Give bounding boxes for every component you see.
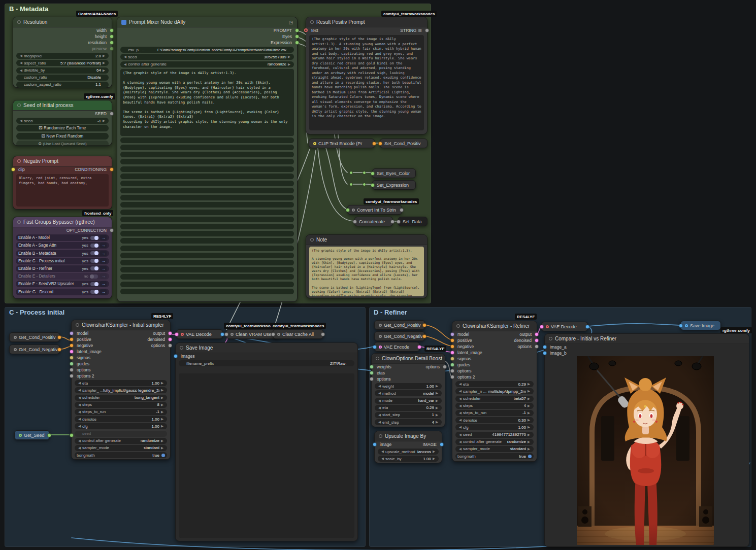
increment-arrow-icon[interactable]: ▶ bbox=[101, 61, 107, 65]
increment-arrow-icon[interactable]: ▶ bbox=[526, 418, 532, 422]
mixer-field-input[interactable] bbox=[120, 195, 294, 200]
clip-input-port[interactable] bbox=[11, 167, 15, 171]
output-port[interactable] bbox=[57, 348, 61, 352]
bypass-arrow-icon[interactable]: → bbox=[100, 273, 107, 279]
bypass-arrow-icon[interactable]: → bbox=[100, 235, 107, 240]
seed-widget[interactable]: ◀seed3052557889▶ bbox=[120, 54, 294, 60]
increment-arrow-icon[interactable]: ▶ bbox=[526, 411, 532, 415]
increment-arrow-icon[interactable]: ▶ bbox=[159, 439, 165, 443]
collapse-ring-icon[interactable] bbox=[14, 336, 17, 339]
increment-arrow-icon[interactable]: ▶ bbox=[159, 446, 165, 450]
group-title[interactable]: C - Process initial bbox=[5, 307, 365, 317]
collapse-dot-icon[interactable] bbox=[17, 159, 21, 163]
bypass-arrow-icon[interactable]: → bbox=[100, 266, 107, 271]
get-cond-negativ-node[interactable]: Get_Cond_Negativ bbox=[9, 345, 60, 354]
widget-row[interactable]: ◀eta1.00▶ bbox=[75, 380, 167, 386]
bypass-row[interactable]: Enable F - SeedVR2 Upscaler yes → bbox=[16, 281, 109, 287]
output-port[interactable] bbox=[535, 338, 539, 342]
clip-text-encode-node[interactable]: CLIP Text Encode (Pr bbox=[309, 139, 375, 148]
input-port[interactable] bbox=[450, 369, 454, 373]
randomize-each-time-button[interactable]: ⚄ Randomize Each Time bbox=[16, 125, 109, 131]
get-cond-positiv-node[interactable]: Get_Cond_Positiv bbox=[374, 320, 425, 330]
image-output-port[interactable] bbox=[220, 332, 224, 336]
increment-arrow-icon[interactable]: ▶ bbox=[526, 433, 532, 437]
widget-row[interactable]: ◀seed▶ bbox=[75, 431, 167, 437]
options-output-port[interactable] bbox=[443, 365, 447, 369]
mixer-field-input[interactable] bbox=[120, 253, 294, 258]
result-positiv-prompt-node[interactable]: Result Positiv Prompt text STRING ▦ (The… bbox=[306, 17, 428, 134]
upscale-image-by-node[interactable]: Upscale Image By image IMAGE ◀upscale_me… bbox=[374, 431, 442, 463]
widget-row[interactable]: ◀scale_by1.00▶ bbox=[378, 456, 439, 462]
widget-row[interactable]: ◀control after generaterandomize▶ bbox=[75, 438, 167, 444]
reroute-dot[interactable] bbox=[363, 183, 366, 186]
bypass-arrow-icon[interactable]: → bbox=[100, 243, 107, 248]
control-after-generate-widget[interactable]: ◀control after generaterandomize▶ bbox=[120, 61, 294, 67]
images-input-port[interactable] bbox=[174, 354, 178, 358]
mixer-field-input[interactable] bbox=[120, 145, 294, 150]
latent-input-port[interactable] bbox=[540, 325, 544, 329]
input-port[interactable] bbox=[450, 363, 454, 367]
collapse-ring-icon[interactable] bbox=[277, 333, 280, 336]
output-port[interactable] bbox=[422, 323, 426, 327]
convert-int-to-string-node[interactable]: Convert Int To Strin bbox=[347, 205, 402, 215]
set-cond-positiv-node[interactable]: Set_Cond_Positiv bbox=[380, 139, 428, 148]
widget-row[interactable]: ◀schedulerbeta57▶ bbox=[455, 396, 534, 402]
conditioning-output-port[interactable] bbox=[110, 167, 114, 171]
bypass-row[interactable]: Enable D - Refiner yes → bbox=[16, 265, 109, 272]
widget-row[interactable]: ◀bongmathtrue▶ bbox=[75, 452, 167, 458]
increment-arrow-icon[interactable]: ▶ bbox=[286, 55, 292, 59]
widget-row[interactable]: ◀steps8▶ bbox=[75, 402, 167, 408]
input-port[interactable] bbox=[371, 183, 375, 187]
increment-arrow-icon[interactable]: ▶ bbox=[526, 440, 532, 444]
output-port[interactable] bbox=[295, 28, 299, 32]
conditioning-output-port[interactable] bbox=[372, 142, 376, 146]
output-port[interactable] bbox=[400, 208, 404, 212]
text-input-port[interactable] bbox=[304, 28, 308, 32]
widget-row[interactable]: ◀custom_ratioDisable▶ bbox=[16, 75, 109, 81]
node-header[interactable]: Negativ Prompt bbox=[13, 156, 112, 166]
input-port[interactable] bbox=[370, 371, 374, 375]
mixer-field-input[interactable] bbox=[120, 188, 294, 193]
image-input-port[interactable] bbox=[373, 345, 377, 349]
output-port[interactable] bbox=[422, 334, 426, 338]
decrement-arrow-icon[interactable]: ◀ bbox=[457, 447, 463, 451]
clownshark-sampler-initial-node[interactable]: ClownsharKSampler - Initial sampler mode… bbox=[71, 320, 171, 460]
input-port[interactable] bbox=[370, 365, 374, 369]
seed-initial-node[interactable]: Seed of Initial process SEED ◀seed-1▶ ⚄ … bbox=[13, 100, 112, 146]
clown-options-detail-boost-node[interactable]: ClownOptions Detail Boost weightsetasopt… bbox=[371, 353, 445, 427]
widget-row[interactable]: ◀start_step1▶ bbox=[375, 412, 442, 418]
widget-row[interactable]: ◀sampler_n ...multistep/dpmpp_2m▶ bbox=[455, 388, 534, 394]
mixer-field-input[interactable] bbox=[120, 159, 294, 164]
decrement-arrow-icon[interactable]: ◀ bbox=[377, 384, 382, 388]
node-header[interactable]: ClownsharKSampler - Refiner bbox=[452, 321, 537, 331]
images-input-port[interactable] bbox=[679, 324, 683, 328]
bypass-toggle[interactable] bbox=[90, 274, 98, 279]
image-output-port[interactable] bbox=[585, 325, 589, 329]
reroute-dot[interactable] bbox=[349, 171, 353, 175]
decrement-arrow-icon[interactable]: ◀ bbox=[380, 450, 385, 454]
increment-arrow-icon[interactable]: ▶ bbox=[101, 68, 107, 73]
input-port[interactable] bbox=[370, 377, 374, 381]
mixer-field-input[interactable] bbox=[120, 267, 294, 272]
input-port[interactable] bbox=[371, 171, 375, 176]
latent-input-port[interactable] bbox=[175, 332, 179, 336]
seed-output-port[interactable] bbox=[110, 112, 114, 116]
mixer-field-input[interactable] bbox=[120, 174, 294, 179]
widget-row[interactable]: ◀sampler_ ...fully_implicit/gauss-legend… bbox=[75, 387, 167, 393]
widget-row[interactable]: ◀bongmathtrue▶ bbox=[455, 453, 534, 459]
note-textarea[interactable]: (The graphic style of the image is dAIly… bbox=[309, 247, 424, 296]
get-cond-positiv-node[interactable]: Get_Cond_Positiv bbox=[9, 332, 60, 342]
input-port[interactable] bbox=[224, 332, 228, 336]
output-port[interactable] bbox=[110, 41, 114, 45]
input-port[interactable] bbox=[450, 332, 454, 336]
input-port[interactable] bbox=[353, 220, 357, 224]
increment-arrow-icon[interactable]: ▶ bbox=[159, 417, 165, 421]
widget-row[interactable]: ◀steps_to_run-1▶ bbox=[75, 409, 167, 415]
decrement-arrow-icon[interactable]: ◀ bbox=[122, 55, 128, 59]
collapse-dot-icon[interactable] bbox=[310, 20, 314, 24]
decrement-arrow-icon[interactable]: ◀ bbox=[18, 54, 24, 58]
node-header[interactable]: ClownOptions Detail Boost bbox=[372, 354, 445, 364]
decrement-arrow-icon[interactable]: ◀ bbox=[377, 399, 382, 403]
collapse-ring-icon[interactable] bbox=[313, 142, 316, 145]
input-port[interactable] bbox=[450, 345, 454, 349]
